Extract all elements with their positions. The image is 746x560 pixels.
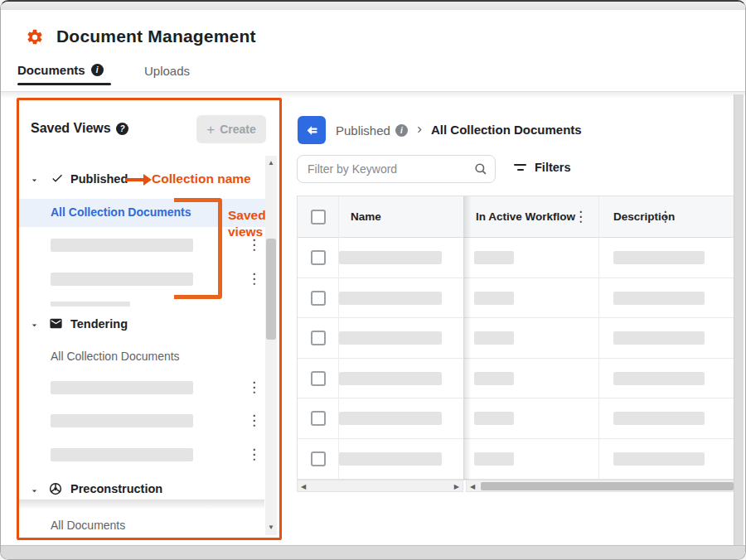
saved-view-skeleton <box>51 239 193 252</box>
table-row[interactable] <box>298 238 734 278</box>
column-divider <box>338 196 339 480</box>
cell-skeleton <box>339 412 442 425</box>
filter-icon <box>514 164 526 171</box>
cell-skeleton <box>339 331 442 345</box>
table-row[interactable] <box>298 359 734 399</box>
saved-view-label: All Collection Documents <box>51 205 191 219</box>
section-shadow <box>19 500 264 509</box>
chevron-down-icon[interactable] <box>29 319 40 334</box>
cell-skeleton <box>613 331 705 345</box>
annotation-saved-views: Saved views <box>228 207 283 240</box>
row-checkbox[interactable] <box>311 371 326 386</box>
page-title: Document Management <box>56 27 256 46</box>
column-divider <box>598 196 599 480</box>
chevron-right-icon <box>414 123 426 139</box>
tabbar-divider <box>1 91 745 99</box>
window-chrome-bottom <box>1 545 745 559</box>
check-icon <box>51 171 64 188</box>
saved-view-skeleton <box>51 448 193 461</box>
tab-uploads-label: Uploads <box>144 64 190 78</box>
saved-view-skeleton <box>51 273 193 286</box>
table-row[interactable] <box>298 278 734 319</box>
info-icon[interactable]: i <box>91 64 104 76</box>
plus-icon: + <box>206 123 215 137</box>
tab-documents-label: Documents <box>17 63 85 77</box>
hscroll-thumb[interactable] <box>481 482 734 490</box>
saved-views-title: Saved Views <box>31 121 111 136</box>
scroll-left-icon[interactable]: ◀ <box>470 484 475 490</box>
kebab-menu-icon[interactable]: ⋮ <box>245 413 264 427</box>
frozen-pane-hscrollbar[interactable]: ◀ ▶ <box>297 480 463 492</box>
cell-skeleton <box>613 412 705 425</box>
scroll-down-icon[interactable]: ▼ <box>265 524 277 531</box>
create-button[interactable]: + Create <box>196 115 266 143</box>
cell-skeleton <box>339 292 442 305</box>
search-input[interactable] <box>297 155 496 183</box>
info-icon[interactable]: i <box>395 124 408 137</box>
collapse-left-icon <box>304 123 320 138</box>
column-header-name: Name <box>351 210 381 223</box>
active-tab-underline <box>17 83 111 85</box>
cell-skeleton <box>613 452 705 466</box>
cell-skeleton <box>474 412 514 425</box>
section-preconstruction[interactable]: Preconstruction <box>70 482 162 495</box>
table-row[interactable] <box>298 318 734 359</box>
annotation-bracket <box>174 198 222 299</box>
column-menu-icon[interactable]: ⋮ <box>656 210 675 224</box>
page-scrollbar[interactable] <box>734 94 744 547</box>
help-icon[interactable]: ? <box>116 123 128 135</box>
select-all-checkbox[interactable] <box>311 210 326 224</box>
cell-skeleton <box>339 251 442 264</box>
sidebar-scroll-thumb[interactable] <box>266 239 276 340</box>
frozen-column-shadow <box>464 196 472 480</box>
gear-icon <box>26 28 44 46</box>
row-checkbox[interactable] <box>311 451 326 466</box>
breadcrumb-current: All Collection Documents <box>431 123 582 137</box>
column-menu-icon[interactable]: ⋮ <box>571 210 590 224</box>
row-checkbox[interactable] <box>311 411 326 426</box>
window-frame: Document Management Documents i Uploads … <box>0 0 746 560</box>
row-checkbox[interactable] <box>311 331 326 345</box>
column-header-workflow: In Active Workflow <box>476 210 575 223</box>
cell-skeleton <box>339 452 442 466</box>
table-row[interactable] <box>298 439 734 480</box>
cell-skeleton <box>613 372 705 385</box>
section-published[interactable]: Published <box>70 172 128 186</box>
cell-skeleton <box>474 251 514 264</box>
cell-skeleton <box>613 292 705 305</box>
kebab-menu-icon[interactable]: ⋮ <box>245 447 264 461</box>
row-checkbox[interactable] <box>311 291 326 306</box>
table-header: Name In Active Workflow ⋮ Description ⋮ <box>298 196 734 238</box>
tab-uploads[interactable]: Uploads <box>144 64 190 78</box>
chevron-down-icon[interactable] <box>29 174 40 189</box>
cell-skeleton <box>613 251 705 264</box>
tab-documents[interactable]: Documents i <box>17 63 104 77</box>
table-hscrollbar[interactable]: ◀ <box>466 480 734 492</box>
scroll-up-icon[interactable]: ▲ <box>265 160 277 167</box>
saved-view-label[interactable]: All Collection Documents <box>51 350 180 363</box>
annotation-arrow <box>125 178 144 181</box>
kebab-menu-icon[interactable]: ⋮ <box>245 272 264 286</box>
cell-skeleton <box>474 372 514 385</box>
scroll-left-icon[interactable]: ◀ <box>301 484 306 490</box>
saved-view-skeleton <box>51 414 193 427</box>
scroll-right-icon[interactable]: ▶ <box>454 484 459 490</box>
section-tendering[interactable]: Tendering <box>70 317 128 331</box>
saved-view-label[interactable]: All Documents <box>51 519 125 532</box>
create-button-label: Create <box>220 123 256 136</box>
breadcrumb-parent[interactable]: Published <box>336 123 390 138</box>
search-icon[interactable] <box>473 162 488 180</box>
documents-table: Name In Active Workflow ⋮ Description ⋮ <box>297 196 734 480</box>
kebab-menu-icon[interactable]: ⋮ <box>245 380 264 394</box>
row-checkbox[interactable] <box>311 250 326 265</box>
cell-skeleton <box>474 331 514 345</box>
wheel-icon <box>48 481 63 500</box>
chevron-down-icon[interactable] <box>29 485 40 500</box>
collapse-sidebar-button[interactable] <box>298 116 326 144</box>
table-row[interactable] <box>298 398 734 439</box>
cell-skeleton <box>474 292 514 305</box>
filters-button[interactable]: Filters <box>514 161 571 174</box>
annotation-collection-name: Collection name <box>152 171 251 186</box>
filters-label: Filters <box>535 161 571 174</box>
document-management-window: Document Management Documents i Uploads … <box>0 0 746 560</box>
